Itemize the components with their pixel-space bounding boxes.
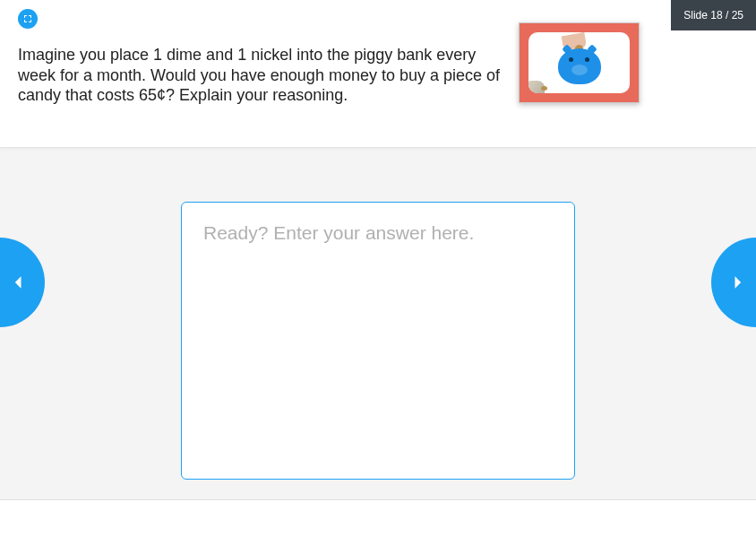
piggy-bank-illustration bbox=[528, 32, 630, 93]
question-header: Imagine you place 1 dime and 1 nickel in… bbox=[0, 0, 756, 148]
answer-section bbox=[0, 148, 756, 500]
chevron-right-icon bbox=[728, 272, 746, 293]
chevron-left-icon bbox=[10, 272, 28, 293]
slide-counter: Slide 18 / 25 bbox=[671, 0, 756, 30]
footer-section bbox=[0, 500, 756, 554]
expand-icon bbox=[22, 13, 33, 24]
answer-input[interactable] bbox=[181, 202, 575, 480]
question-text: Imagine you place 1 dime and 1 nickel in… bbox=[18, 45, 502, 106]
fullscreen-icon[interactable] bbox=[18, 9, 38, 29]
question-image[interactable] bbox=[519, 22, 640, 103]
